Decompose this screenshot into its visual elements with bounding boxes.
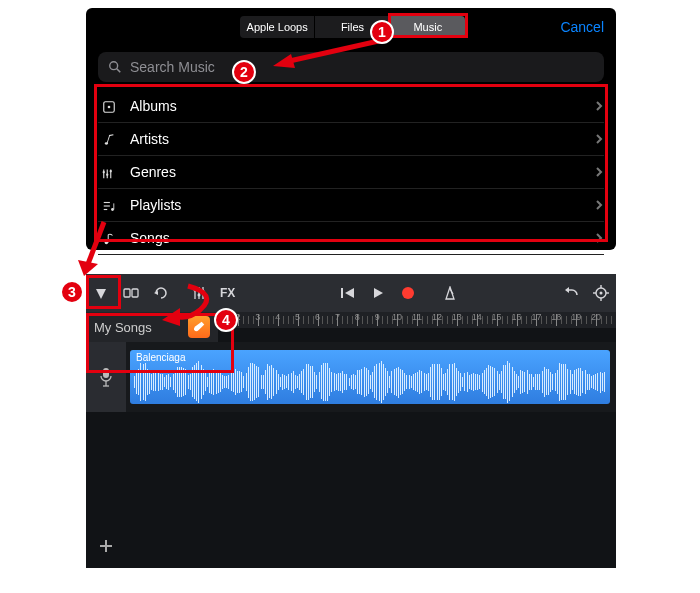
add-track-button[interactable] — [92, 532, 120, 560]
svg-point-0 — [110, 62, 118, 70]
row-label: Playlists — [130, 197, 594, 213]
fx-label: FX — [220, 286, 235, 300]
audio-clip[interactable]: Balenciaga — [130, 350, 610, 404]
svg-point-28 — [202, 290, 205, 293]
settings-button[interactable] — [586, 274, 616, 312]
my-songs-label: My Songs — [94, 320, 188, 335]
waveform-icon — [134, 364, 606, 400]
row-label: Genres — [130, 164, 594, 180]
regions-view-button[interactable] — [116, 274, 146, 312]
metronome-button[interactable] — [435, 274, 465, 312]
row-label: Artists — [130, 131, 594, 147]
guitar-icon — [188, 316, 210, 338]
category-list: Albums Artists Genres Playlists Songs — [98, 90, 604, 255]
segment-music[interactable]: Music — [390, 16, 465, 38]
svg-rect-42 — [103, 368, 109, 378]
genres-icon — [98, 163, 120, 181]
svg-point-11 — [110, 170, 112, 172]
chevron-right-icon — [594, 233, 604, 243]
svg-point-37 — [600, 292, 603, 295]
microphone-icon — [98, 367, 114, 387]
time-ruler[interactable]: 1234567891011121314151617181920 — [218, 312, 616, 328]
svg-point-17 — [105, 241, 109, 245]
row-songs[interactable]: Songs — [98, 222, 604, 255]
svg-marker-19 — [96, 289, 106, 299]
row-albums[interactable]: Albums — [98, 90, 604, 123]
rewind-button[interactable] — [333, 274, 363, 312]
editor-toolbar: FX — [86, 274, 616, 312]
source-segmented-control: Apple Loops Files Music — [240, 16, 465, 38]
songs-icon — [98, 229, 120, 247]
annotation-badge-3: 3 — [60, 280, 84, 304]
row-label: Songs — [130, 230, 594, 246]
fx-button[interactable]: FX — [214, 274, 241, 312]
row-label: Albums — [130, 98, 594, 114]
tracks-view-button[interactable] — [86, 274, 116, 312]
svg-marker-31 — [374, 288, 383, 298]
song-tab[interactable]: My Songs — [86, 312, 218, 342]
row-artists[interactable]: Artists — [98, 123, 604, 156]
tracks-editor-panel: FX 1234567891011121314151617181920 My So… — [86, 274, 616, 568]
chevron-right-icon — [594, 134, 604, 144]
play-button[interactable] — [363, 274, 393, 312]
svg-point-3 — [108, 105, 111, 108]
chevron-right-icon — [594, 200, 604, 210]
svg-point-27 — [198, 294, 201, 297]
segment-apple-loops[interactable]: Apple Loops — [240, 16, 314, 38]
svg-rect-16 — [113, 203, 114, 209]
playlists-icon — [98, 196, 120, 214]
row-playlists[interactable]: Playlists — [98, 189, 604, 222]
mixer-button[interactable] — [184, 274, 214, 312]
artists-icon — [98, 130, 120, 148]
svg-rect-20 — [124, 289, 130, 297]
svg-line-1 — [117, 69, 121, 73]
music-browser-panel: Apple Loops Files Music Cancel Albums Ar… — [86, 8, 616, 250]
svg-rect-18 — [108, 234, 109, 242]
record-button[interactable] — [393, 274, 423, 312]
search-input[interactable] — [130, 59, 594, 75]
undo-button[interactable] — [556, 274, 586, 312]
clip-label: Balenciaga — [136, 352, 185, 363]
svg-point-9 — [103, 171, 105, 173]
track-header[interactable] — [86, 342, 126, 412]
search-field[interactable] — [98, 52, 604, 82]
chevron-right-icon — [594, 167, 604, 177]
cancel-button[interactable]: Cancel — [560, 16, 604, 38]
segment-files[interactable]: Files — [314, 16, 389, 38]
search-icon — [108, 60, 122, 74]
svg-point-26 — [194, 289, 197, 292]
svg-rect-29 — [341, 288, 343, 298]
albums-icon — [98, 97, 120, 115]
svg-marker-35 — [565, 287, 569, 293]
row-genres[interactable]: Genres — [98, 156, 604, 189]
svg-point-32 — [402, 287, 414, 299]
svg-rect-21 — [132, 289, 138, 297]
track-lane[interactable]: Balenciaga — [126, 342, 616, 412]
loop-browser-button[interactable] — [146, 274, 176, 312]
chevron-right-icon — [594, 101, 604, 111]
svg-marker-30 — [345, 288, 354, 298]
svg-point-10 — [106, 173, 108, 175]
svg-rect-5 — [107, 135, 110, 143]
